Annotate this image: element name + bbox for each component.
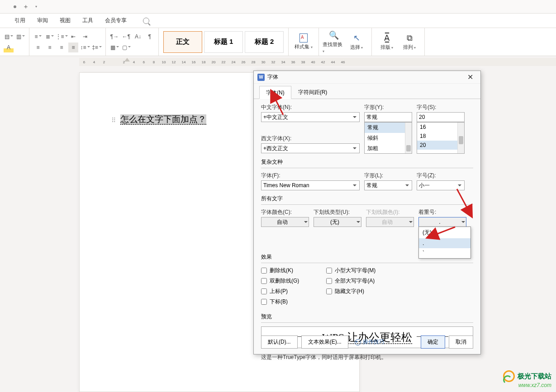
- chevron-down-icon[interactable]: [461, 220, 465, 225]
- effect-subscript[interactable]: 下标(B): [261, 298, 299, 306]
- align-center-button[interactable]: ≡: [45, 43, 55, 52]
- size-input[interactable]: 20: [417, 112, 465, 122]
- indent-decrease-button[interactable]: ▤: [4, 32, 14, 42]
- style-set-label: 样式集: [295, 43, 312, 50]
- dialog-title: 字体: [267, 73, 278, 81]
- numbering-button[interactable]: ≣: [45, 32, 55, 42]
- shading-button[interactable]: ▦: [109, 43, 119, 52]
- effect-hidden[interactable]: 隐藏文字(H): [326, 288, 375, 295]
- layout-icon: A̲̅: [384, 33, 390, 43]
- bullets-button[interactable]: ≡: [33, 32, 43, 42]
- tab-indicator: [14, 5, 16, 8]
- complex-font-combo[interactable]: Times New Roman: [261, 180, 360, 190]
- style-list[interactable]: 常规 倾斜 加粗: [364, 122, 412, 154]
- dialog-tabs: 字体(N) 字符间距(R): [254, 85, 480, 99]
- underline-combo[interactable]: (无): [314, 217, 361, 227]
- effect-superscript[interactable]: 上标(P): [261, 288, 299, 295]
- menu-tools[interactable]: 工具: [82, 17, 93, 24]
- layout-button[interactable]: A̲̅ 排版: [375, 29, 398, 55]
- chevron-down-icon[interactable]: [404, 182, 411, 189]
- outdent-button[interactable]: ⇤: [68, 32, 78, 42]
- preview-section-label: 预览: [261, 313, 473, 321]
- tutorial-arrow-1: [270, 92, 288, 121]
- spacing-menu[interactable]: ‡≡: [92, 43, 102, 52]
- menu-review[interactable]: 审阅: [37, 17, 48, 24]
- indent-button[interactable]: ⇥: [80, 32, 90, 42]
- chevron-down-icon[interactable]: [356, 220, 360, 225]
- line-spacing-button[interactable]: ↕≡: [80, 43, 90, 52]
- west-font-combo[interactable]: +西文正文: [261, 143, 360, 153]
- find-icon: 🔍: [329, 30, 339, 40]
- search-icon[interactable]: [143, 18, 149, 24]
- arrange-icon: ⧉: [407, 33, 413, 43]
- select-button[interactable]: ↖ 选择: [345, 29, 368, 55]
- horizontal-ruler: 6422468101214161820222426283032343638404…: [0, 58, 556, 66]
- effect-double-strike[interactable]: 双删除线(G): [261, 277, 299, 285]
- svg-line-5: [457, 189, 470, 213]
- arrange-button[interactable]: ⧉ 排列: [398, 29, 421, 55]
- style-input[interactable]: 常规: [364, 112, 412, 122]
- rtl-button[interactable]: ←¶: [121, 32, 131, 42]
- align-justify-button[interactable]: ≡: [68, 43, 78, 52]
- style-set-button[interactable]: 样式集: [292, 29, 315, 55]
- tab-spacing[interactable]: 字符间距(R): [291, 85, 334, 99]
- menu-bar: 引用 审阅 视图 工具 会员专享: [0, 14, 556, 28]
- ribbon-toolbar: ▤ ▥ A ≡ ≣ ⋮≡ ⇤ ⇥ ≡ ≡ ≡ ≡ ↕≡ ‡≡: [0, 28, 556, 56]
- emphasis-option-backtick[interactable]: `: [419, 248, 470, 258]
- svg-marker-0: [124, 58, 130, 61]
- menu-view[interactable]: 视图: [60, 17, 71, 24]
- show-marks-button[interactable]: ¶: [145, 32, 155, 42]
- chevron-down-icon: [409, 220, 413, 225]
- chevron-down-icon[interactable]: [351, 182, 358, 189]
- effect-allcaps[interactable]: 全部大写字母(A): [326, 277, 375, 285]
- tab-caret-icon[interactable]: ▾: [35, 5, 37, 9]
- style-heading1[interactable]: 标题 1: [204, 31, 243, 53]
- truetype-note: 这是一种TrueType字体，同时适用于屏幕和打印机。: [261, 354, 473, 361]
- align-right-button[interactable]: ≡: [57, 43, 67, 52]
- wps-icon: W: [257, 74, 265, 81]
- highlight-button[interactable]: A: [4, 43, 14, 52]
- font-color-combo[interactable]: 自动: [261, 217, 309, 227]
- select-label: 选择: [350, 44, 363, 51]
- style-heading2[interactable]: 标题 2: [245, 31, 284, 53]
- complex-font-label: 字体(F):: [261, 172, 360, 179]
- borders-button[interactable]: ▢: [121, 43, 131, 52]
- complex-section-label: 复杂文种: [261, 158, 473, 166]
- indent-increase-button[interactable]: ▥: [15, 32, 25, 42]
- cancel-button[interactable]: 取消: [449, 335, 473, 349]
- chevron-down-icon[interactable]: [304, 220, 308, 225]
- text-effect-button[interactable]: 文本效果(E)...: [301, 335, 348, 349]
- find-replace-label: 查找替换: [323, 41, 345, 53]
- tutorial-arrow-2: [452, 186, 475, 219]
- ok-button[interactable]: 确定: [421, 335, 445, 349]
- close-button[interactable]: ✕: [464, 73, 477, 81]
- dialog-titlebar[interactable]: W 字体 ✕: [254, 71, 480, 84]
- chevron-down-icon[interactable]: [351, 113, 358, 121]
- menu-member[interactable]: 会员专享: [105, 17, 127, 24]
- complex-style-combo[interactable]: 常规: [364, 180, 412, 190]
- style-label: 字形(Y):: [364, 104, 412, 111]
- tutorial-arrow-3: [428, 225, 460, 245]
- effect-strike[interactable]: 删除线(K): [261, 267, 299, 274]
- menu-references[interactable]: 引用: [14, 17, 25, 24]
- paragraph-handle-icon[interactable]: ⠿: [111, 117, 116, 124]
- find-replace-button[interactable]: 🔍 查找替换: [323, 29, 345, 55]
- default-button[interactable]: 默认(D)...: [261, 335, 298, 349]
- svg-line-3: [273, 95, 283, 115]
- size-list[interactable]: 16 18 20: [417, 122, 465, 154]
- sort-button[interactable]: A↓: [133, 32, 143, 42]
- style-normal[interactable]: 正文: [163, 31, 202, 53]
- tips-link[interactable]: 操作技巧: [355, 338, 385, 346]
- watermark-name: 极光下载站: [518, 372, 551, 381]
- underline-color-label: 下划线颜色(I):: [366, 208, 414, 216]
- underline-label: 下划线类型(U):: [314, 208, 361, 216]
- document-text[interactable]: 怎么在文字下面加点？: [120, 113, 206, 125]
- indent-marker-icon[interactable]: [124, 57, 130, 62]
- ltr-button[interactable]: ¶→: [109, 32, 119, 42]
- new-tab-button[interactable]: ＋: [19, 2, 33, 12]
- watermark-url: www.xz7.com: [518, 382, 551, 388]
- effect-smallcaps[interactable]: 小型大写字母(M): [326, 267, 375, 274]
- align-left-button[interactable]: ≡: [33, 43, 43, 52]
- chevron-down-icon[interactable]: [351, 145, 358, 152]
- multilevel-button[interactable]: ⋮≡: [57, 32, 67, 42]
